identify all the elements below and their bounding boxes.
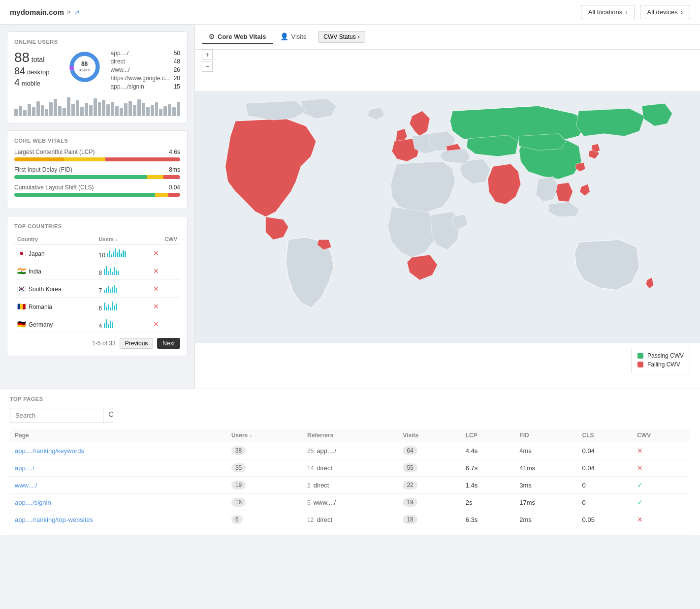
referrers-list: app..../ 50 direct 48 www.../ 26 https:/… (111, 50, 180, 91)
svg-point-4 (109, 412, 114, 417)
countries-table: Country Users ↓ CWV 🇯🇵Japan 10 (14, 234, 180, 333)
devices-button[interactable]: All devices › (640, 5, 690, 19)
referrer-row: https://www.google.c... 20 (111, 75, 180, 82)
referrer-row: www.../ 26 (111, 66, 180, 73)
cwv-fail-icon[interactable]: ✕ (153, 249, 159, 257)
header-right: All locations › All devices › (581, 5, 690, 19)
failing-color (637, 362, 643, 367)
country-col-header: Country (14, 234, 96, 244)
page-col-header: Page (10, 429, 226, 442)
online-users-title: ONLINE USERS (14, 39, 180, 45)
search-icon (108, 411, 113, 418)
online-users-content: 88 total 84 desktop 4 mobile (14, 50, 180, 91)
visits-col-header: Visits (398, 429, 460, 442)
top-pages-title: TOP PAGES (10, 396, 690, 402)
map-legend: Passing CWV Failing CWV (631, 348, 690, 374)
cwv-pass-icon: ✓ (637, 481, 643, 489)
chevron-right-icon: › (681, 8, 683, 16)
pages-table: Page Users ↓ Referrers Visits LCP FID CL… (10, 429, 690, 528)
svg-line-5 (113, 416, 114, 418)
cwv-fail-icon[interactable]: ✕ (153, 267, 159, 275)
domain-arrow: > (67, 8, 71, 16)
flag-korea: 🇰🇷 (17, 285, 26, 293)
chevron-right-icon: › (358, 33, 360, 40)
cwv-fail-icon[interactable]: ✕ (153, 303, 159, 310)
cwv-col-header: CWV (150, 234, 180, 244)
page-link[interactable]: app..../ranking/top-websites (15, 516, 93, 523)
tab-core-web-vitals[interactable]: ⊙ Core Web Vitals (202, 30, 273, 44)
pagination: 1-5 of 33 Previous Next (14, 338, 180, 349)
cls-col-header: CLS (577, 429, 632, 442)
fid-col-header: FID (514, 429, 577, 442)
table-row: app..../signin 16 5www..../ 19 2s 17ms 0… (10, 494, 690, 511)
sparkline-germany (104, 318, 113, 328)
table-row: app..../ranking/keywords 38 25app..../ 6… (10, 442, 690, 459)
tab-visits[interactable]: 👤 Visits (273, 30, 314, 44)
domain-name[interactable]: mydomain.com (10, 8, 64, 16)
passing-label: Passing CWV (647, 352, 684, 359)
flag-india: 🇮🇳 (17, 267, 26, 275)
left-panel: ONLINE USERS 88 total 84 desktop 4 mobil… (0, 25, 194, 389)
donut-chart: 88 users (67, 50, 102, 84)
cwv-tab-icon: ⊙ (209, 32, 215, 40)
cwv-fail-icon[interactable]: ✕ (153, 320, 159, 328)
page-link[interactable]: www..../ (15, 482, 37, 489)
map-container: Passing CWV Failing CWV (195, 50, 700, 384)
header-left: mydomain.com > ↗ (10, 8, 80, 16)
cwv-col-header: CWV (632, 429, 690, 442)
map-tabs: + − ⊙ Core Web Vitals 👤 Visits CWV Statu… (195, 25, 700, 50)
search-button[interactable] (103, 408, 113, 423)
flag-japan: 🇯🇵 (17, 249, 26, 257)
visits-tab-icon: 👤 (280, 32, 288, 40)
cwv-fail-icon[interactable]: ✕ (153, 285, 159, 293)
fid-metric: First Input Delay (FID) 8ms (14, 166, 180, 179)
table-row: app..../ 35 14direct 55 6.7s 41ms 0.04 ✕ (10, 459, 690, 477)
world-map-svg (195, 50, 700, 384)
chevron-right-icon: › (625, 8, 627, 16)
sparkline-romania (104, 301, 117, 310)
lcp-col-header: LCP (461, 429, 515, 442)
external-link-icon[interactable]: ↗ (74, 8, 80, 16)
cwv-fail-icon[interactable]: ✕ (637, 447, 643, 455)
table-row: 🇷🇴Romania 6 (14, 298, 180, 315)
zoom-out-button[interactable]: − (202, 61, 213, 72)
top-countries-card: TOP COUNTRIES Country Users ↓ CWV 🇯🇵Japa… (7, 216, 188, 356)
search-input[interactable] (10, 409, 103, 422)
mobile-users: 4 mobile (14, 77, 59, 88)
flag-romania: 🇷🇴 (17, 303, 26, 310)
failing-label: Failing CWV (647, 361, 680, 368)
cls-metric: Cumulative Layout Shift (CLS) 0.04 (14, 184, 180, 197)
next-button[interactable]: Next (157, 338, 180, 349)
main-area: ONLINE USERS 88 total 84 desktop 4 mobil… (0, 25, 700, 389)
mini-bar-chart (14, 96, 180, 116)
sparkline-japan (107, 247, 126, 257)
locations-button[interactable]: All locations › (581, 5, 635, 19)
table-row: app..../ranking/top-websites 6 12direct … (10, 511, 690, 528)
referrers-col-header: Referrers (302, 429, 398, 442)
donut-label: 88 users (79, 61, 91, 73)
referrer-row: app..../ 50 (111, 50, 180, 57)
referrer-row: direct 48 (111, 58, 180, 65)
top-countries-title: TOP COUNTRIES (14, 223, 180, 229)
zoom-in-button[interactable]: + (202, 49, 213, 60)
users-col-header: Users ↓ (226, 429, 302, 442)
table-row: 🇩🇪Germany 4 ✕ (14, 315, 180, 333)
cwv-status-button[interactable]: CWV Status › (318, 31, 365, 43)
online-users-card: ONLINE USERS 88 total 84 desktop 4 mobil… (7, 31, 188, 123)
lcp-metric: Largest Contentful Paint (LCP) 4.6s (14, 149, 180, 161)
legend-failing: Failing CWV (637, 361, 684, 368)
header: mydomain.com > ↗ All locations › All dev… (0, 0, 700, 25)
cwv-fail-icon[interactable]: ✕ (637, 464, 643, 472)
right-panel: + − ⊙ Core Web Vitals 👤 Visits CWV Statu… (194, 25, 700, 389)
page-link[interactable]: app..../ranking/keywords (15, 447, 84, 455)
cwv-pass-icon: ✓ (637, 498, 643, 506)
page-link[interactable]: app..../signin (15, 499, 51, 506)
previous-button[interactable]: Previous (120, 338, 154, 349)
passing-color (637, 353, 643, 359)
page-link[interactable]: app..../ (15, 464, 34, 472)
table-row: 🇯🇵Japan 10 (14, 244, 180, 262)
zoom-controls: + − (202, 49, 213, 72)
sparkline-korea (104, 283, 117, 293)
cwv-fail-icon[interactable]: ✕ (637, 516, 643, 523)
top-pages-section: TOP PAGES Page Users ↓ Referrers Visits … (0, 389, 700, 535)
